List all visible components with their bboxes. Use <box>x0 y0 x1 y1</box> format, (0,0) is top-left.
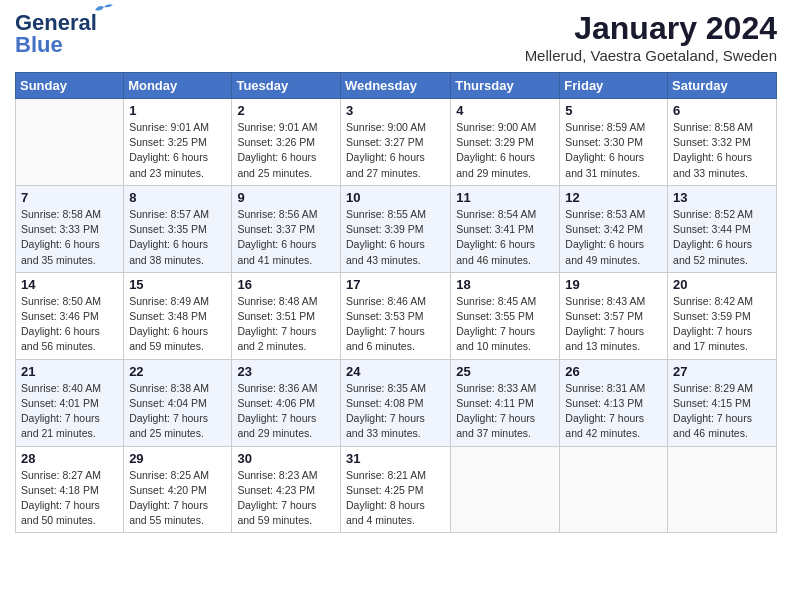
day-number: 15 <box>129 277 226 292</box>
day-info: Sunrise: 8:35 AMSunset: 4:08 PMDaylight:… <box>346 381 445 442</box>
calendar-day-cell: 21Sunrise: 8:40 AMSunset: 4:01 PMDayligh… <box>16 359 124 446</box>
day-number: 7 <box>21 190 118 205</box>
day-number: 11 <box>456 190 554 205</box>
calendar-day-cell: 30Sunrise: 8:23 AMSunset: 4:23 PMDayligh… <box>232 446 341 533</box>
day-info: Sunrise: 8:48 AMSunset: 3:51 PMDaylight:… <box>237 294 335 355</box>
day-info: Sunrise: 8:46 AMSunset: 3:53 PMDaylight:… <box>346 294 445 355</box>
day-info: Sunrise: 8:29 AMSunset: 4:15 PMDaylight:… <box>673 381 771 442</box>
calendar-day-cell: 7Sunrise: 8:58 AMSunset: 3:33 PMDaylight… <box>16 185 124 272</box>
month-title: January 2024 <box>525 10 777 47</box>
day-info: Sunrise: 8:53 AMSunset: 3:42 PMDaylight:… <box>565 207 662 268</box>
calendar-table: SundayMondayTuesdayWednesdayThursdayFrid… <box>15 72 777 533</box>
day-info: Sunrise: 8:56 AMSunset: 3:37 PMDaylight:… <box>237 207 335 268</box>
calendar-day-cell: 11Sunrise: 8:54 AMSunset: 3:41 PMDayligh… <box>451 185 560 272</box>
page-header: General Blue January 2024 Mellerud, Vaes… <box>15 10 777 64</box>
calendar-day-cell: 23Sunrise: 8:36 AMSunset: 4:06 PMDayligh… <box>232 359 341 446</box>
calendar-day-cell <box>560 446 668 533</box>
day-info: Sunrise: 8:52 AMSunset: 3:44 PMDaylight:… <box>673 207 771 268</box>
calendar-header-row: SundayMondayTuesdayWednesdayThursdayFrid… <box>16 73 777 99</box>
day-info: Sunrise: 9:01 AMSunset: 3:25 PMDaylight:… <box>129 120 226 181</box>
day-info: Sunrise: 8:27 AMSunset: 4:18 PMDaylight:… <box>21 468 118 529</box>
day-number: 18 <box>456 277 554 292</box>
day-info: Sunrise: 8:55 AMSunset: 3:39 PMDaylight:… <box>346 207 445 268</box>
logo-general: General <box>15 10 97 35</box>
day-info: Sunrise: 8:58 AMSunset: 3:33 PMDaylight:… <box>21 207 118 268</box>
calendar-day-cell: 20Sunrise: 8:42 AMSunset: 3:59 PMDayligh… <box>668 272 777 359</box>
day-number: 14 <box>21 277 118 292</box>
day-number: 26 <box>565 364 662 379</box>
calendar-day-cell: 9Sunrise: 8:56 AMSunset: 3:37 PMDaylight… <box>232 185 341 272</box>
day-info: Sunrise: 8:25 AMSunset: 4:20 PMDaylight:… <box>129 468 226 529</box>
calendar-day-cell: 19Sunrise: 8:43 AMSunset: 3:57 PMDayligh… <box>560 272 668 359</box>
day-info: Sunrise: 8:42 AMSunset: 3:59 PMDaylight:… <box>673 294 771 355</box>
day-info: Sunrise: 8:31 AMSunset: 4:13 PMDaylight:… <box>565 381 662 442</box>
day-info: Sunrise: 8:23 AMSunset: 4:23 PMDaylight:… <box>237 468 335 529</box>
calendar-day-cell <box>16 99 124 186</box>
calendar-week-row: 28Sunrise: 8:27 AMSunset: 4:18 PMDayligh… <box>16 446 777 533</box>
day-number: 22 <box>129 364 226 379</box>
calendar-day-cell: 17Sunrise: 8:46 AMSunset: 3:53 PMDayligh… <box>340 272 450 359</box>
day-number: 9 <box>237 190 335 205</box>
title-section: January 2024 Mellerud, Vaestra Goetaland… <box>525 10 777 64</box>
day-number: 1 <box>129 103 226 118</box>
day-number: 2 <box>237 103 335 118</box>
calendar-day-cell: 31Sunrise: 8:21 AMSunset: 4:25 PMDayligh… <box>340 446 450 533</box>
calendar-week-row: 21Sunrise: 8:40 AMSunset: 4:01 PMDayligh… <box>16 359 777 446</box>
day-header-friday: Friday <box>560 73 668 99</box>
day-header-tuesday: Tuesday <box>232 73 341 99</box>
day-info: Sunrise: 8:38 AMSunset: 4:04 PMDaylight:… <box>129 381 226 442</box>
day-number: 25 <box>456 364 554 379</box>
day-info: Sunrise: 8:36 AMSunset: 4:06 PMDaylight:… <box>237 381 335 442</box>
calendar-day-cell <box>668 446 777 533</box>
day-number: 21 <box>21 364 118 379</box>
day-info: Sunrise: 8:21 AMSunset: 4:25 PMDaylight:… <box>346 468 445 529</box>
calendar-day-cell: 27Sunrise: 8:29 AMSunset: 4:15 PMDayligh… <box>668 359 777 446</box>
day-header-saturday: Saturday <box>668 73 777 99</box>
day-number: 10 <box>346 190 445 205</box>
day-number: 5 <box>565 103 662 118</box>
day-header-thursday: Thursday <box>451 73 560 99</box>
day-number: 8 <box>129 190 226 205</box>
day-info: Sunrise: 8:58 AMSunset: 3:32 PMDaylight:… <box>673 120 771 181</box>
calendar-day-cell: 2Sunrise: 9:01 AMSunset: 3:26 PMDaylight… <box>232 99 341 186</box>
calendar-day-cell: 10Sunrise: 8:55 AMSunset: 3:39 PMDayligh… <box>340 185 450 272</box>
calendar-day-cell: 16Sunrise: 8:48 AMSunset: 3:51 PMDayligh… <box>232 272 341 359</box>
calendar-day-cell: 14Sunrise: 8:50 AMSunset: 3:46 PMDayligh… <box>16 272 124 359</box>
location-subtitle: Mellerud, Vaestra Goetaland, Sweden <box>525 47 777 64</box>
day-info: Sunrise: 8:57 AMSunset: 3:35 PMDaylight:… <box>129 207 226 268</box>
day-number: 24 <box>346 364 445 379</box>
calendar-day-cell: 24Sunrise: 8:35 AMSunset: 4:08 PMDayligh… <box>340 359 450 446</box>
calendar-day-cell: 4Sunrise: 9:00 AMSunset: 3:29 PMDaylight… <box>451 99 560 186</box>
day-number: 19 <box>565 277 662 292</box>
day-info: Sunrise: 8:43 AMSunset: 3:57 PMDaylight:… <box>565 294 662 355</box>
day-header-sunday: Sunday <box>16 73 124 99</box>
day-number: 17 <box>346 277 445 292</box>
calendar-day-cell: 28Sunrise: 8:27 AMSunset: 4:18 PMDayligh… <box>16 446 124 533</box>
calendar-week-row: 7Sunrise: 8:58 AMSunset: 3:33 PMDaylight… <box>16 185 777 272</box>
day-number: 16 <box>237 277 335 292</box>
day-info: Sunrise: 8:40 AMSunset: 4:01 PMDaylight:… <box>21 381 118 442</box>
calendar-day-cell: 5Sunrise: 8:59 AMSunset: 3:30 PMDaylight… <box>560 99 668 186</box>
day-number: 31 <box>346 451 445 466</box>
calendar-day-cell: 1Sunrise: 9:01 AMSunset: 3:25 PMDaylight… <box>124 99 232 186</box>
day-number: 28 <box>21 451 118 466</box>
calendar-day-cell: 22Sunrise: 8:38 AMSunset: 4:04 PMDayligh… <box>124 359 232 446</box>
calendar-day-cell: 13Sunrise: 8:52 AMSunset: 3:44 PMDayligh… <box>668 185 777 272</box>
day-number: 20 <box>673 277 771 292</box>
calendar-day-cell <box>451 446 560 533</box>
day-number: 3 <box>346 103 445 118</box>
day-number: 4 <box>456 103 554 118</box>
day-header-monday: Monday <box>124 73 232 99</box>
day-number: 27 <box>673 364 771 379</box>
day-number: 12 <box>565 190 662 205</box>
calendar-day-cell: 18Sunrise: 8:45 AMSunset: 3:55 PMDayligh… <box>451 272 560 359</box>
calendar-day-cell: 29Sunrise: 8:25 AMSunset: 4:20 PMDayligh… <box>124 446 232 533</box>
day-info: Sunrise: 8:45 AMSunset: 3:55 PMDaylight:… <box>456 294 554 355</box>
day-info: Sunrise: 8:59 AMSunset: 3:30 PMDaylight:… <box>565 120 662 181</box>
day-info: Sunrise: 9:00 AMSunset: 3:27 PMDaylight:… <box>346 120 445 181</box>
day-number: 6 <box>673 103 771 118</box>
day-info: Sunrise: 8:54 AMSunset: 3:41 PMDaylight:… <box>456 207 554 268</box>
day-info: Sunrise: 8:49 AMSunset: 3:48 PMDaylight:… <box>129 294 226 355</box>
day-number: 30 <box>237 451 335 466</box>
calendar-day-cell: 8Sunrise: 8:57 AMSunset: 3:35 PMDaylight… <box>124 185 232 272</box>
